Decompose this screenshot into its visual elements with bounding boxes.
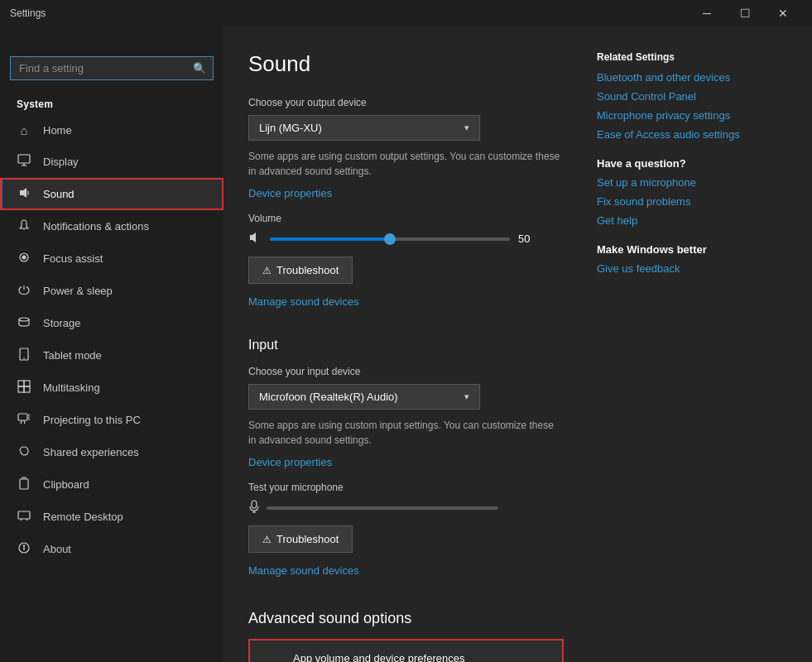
sidebar-item-home[interactable]: ⌂ Home [0,115,223,146]
sidebar-item-label-clipboard: Clipboard [43,478,89,491]
warning-icon-input: ⚠ [262,534,271,545]
input-troubleshoot-label: Troubleshoot [276,533,339,545]
sidebar-item-projecting[interactable]: Projecting to this PC [0,404,223,436]
output-troubleshoot-label: Troubleshoot [276,264,339,276]
display-icon [17,154,31,170]
search-box[interactable]: 🔍 [10,56,214,80]
sidebar-item-display[interactable]: Display [0,146,223,178]
sidebar-item-label-about: About [43,543,71,555]
mic-test-section: Test your microphone [248,482,564,516]
output-device-select[interactable]: Lijn (MG-XU) ▾ [248,115,480,141]
sidebar-item-label-storage: Storage [43,317,81,329]
app-container: 🔍 System ⌂ Home Display [0,26,812,662]
related-link-sound-panel[interactable]: Sound Control Panel [597,90,779,103]
sidebar-item-power[interactable]: Power & sleep [0,275,223,307]
sidebar: 🔍 System ⌂ Home Display [0,26,223,662]
input-device-select[interactable]: Microfoon (Realtek(R) Audio) ▾ [248,384,480,410]
volume-slider[interactable] [270,237,510,241]
sidebar-item-clipboard[interactable]: Clipboard [0,468,223,501]
close-button[interactable]: ✕ [764,0,802,26]
sidebar-item-label-power: Power & sleep [43,285,113,297]
minimize-button[interactable]: ─ [688,0,726,26]
svg-line-15 [21,420,22,424]
input-troubleshoot-button[interactable]: ⚠ Troubleshoot [248,525,353,553]
svg-rect-0 [18,155,30,163]
search-input[interactable] [11,57,186,79]
sidebar-item-about[interactable]: About [0,533,223,565]
sidebar-item-tablet[interactable]: Tablet mode [0,339,223,372]
input-info-text: Some apps are using custom input setting… [248,418,564,448]
sidebar-item-multitasking[interactable]: Multitasking [0,372,223,404]
sidebar-item-sound[interactable]: Sound [0,178,223,210]
sidebar-item-label-display: Display [43,156,79,168]
mic-level-bar [267,506,498,510]
input-device-chevron: ▾ [464,391,469,402]
sound-icon [17,186,31,202]
sidebar-item-focus[interactable]: Focus assist [0,242,223,275]
volume-low-icon [248,231,262,247]
window-controls: ─ ☐ ✕ [688,0,802,26]
svg-point-7 [19,318,29,321]
input-device-label: Choose your input device [248,366,564,377]
sidebar-item-label-tablet: Tablet mode [43,349,102,362]
output-troubleshoot-button[interactable]: ⚠ Troubleshoot [248,257,353,284]
app-volume-card[interactable]: App volume and device preferences Custom… [248,639,564,662]
app-title: Settings [10,7,46,19]
clipboard-icon [17,477,31,492]
sidebar-item-remote[interactable]: Remote Desktop [0,501,223,533]
input-manage-link[interactable]: Manage sound devices [248,564,359,577]
sidebar-item-notifications[interactable]: Notifications & actions [0,210,223,242]
related-link-feedback[interactable]: Give us feedback [597,262,779,275]
remote-icon [17,509,31,525]
volume-fill [270,237,390,241]
sidebar-item-label-focus: Focus assist [43,252,103,265]
content-layout: Sound Choose your output device Lijn (MG… [248,51,779,662]
input-device-properties-link[interactable]: Device properties [248,456,332,468]
sidebar-item-label-projecting: Projecting to this PC [43,414,141,426]
sidebar-section-label: System [0,90,223,115]
svg-marker-27 [250,233,256,242]
storage-icon [17,315,31,331]
app-volume-title: App volume and device preferences [293,652,549,662]
make-better-section: Make Windows better Give us feedback [597,243,779,275]
sidebar-item-shared[interactable]: Shared experiences [0,436,223,468]
related-link-fix-sound[interactable]: Fix sound problems [597,195,779,208]
tablet-icon [17,348,31,363]
multitasking-icon [17,380,31,396]
output-manage-link[interactable]: Manage sound devices [248,295,359,308]
svg-rect-13 [24,386,30,392]
related-link-get-help[interactable]: Get help [597,214,779,227]
related-link-ease-access[interactable]: Ease of Access audio settings [597,128,779,141]
volume-value: 50 [518,233,541,245]
svg-point-6 [22,256,26,259]
svg-line-16 [24,420,25,424]
home-icon: ⌂ [17,123,31,137]
microphone-icon [248,500,260,516]
related-link-microphone-privacy[interactable]: Microphone privacy settings [597,109,779,122]
titlebar: Settings ─ ☐ ✕ [0,0,812,26]
sidebar-item-storage[interactable]: Storage [0,307,223,339]
power-icon [17,283,31,299]
mic-bar-row [248,500,564,516]
svg-rect-20 [20,479,28,489]
related-link-setup-mic[interactable]: Set up a microphone [597,176,779,189]
shared-icon [17,444,31,460]
output-device-properties-link[interactable]: Device properties [248,187,332,199]
maximize-button[interactable]: ☐ [726,0,764,26]
svg-marker-3 [20,188,26,198]
make-better-title: Make Windows better [597,243,779,256]
related-link-bluetooth[interactable]: Bluetooth and other devices [597,71,779,84]
volume-row: 50 [248,231,564,247]
notifications-icon [17,218,31,234]
volume-thumb [384,233,396,245]
svg-rect-21 [18,511,30,519]
warning-icon-output: ⚠ [262,265,271,276]
volume-section: Volume 50 [248,213,564,247]
input-section-title: Input [248,338,564,353]
sidebar-item-label-home: Home [43,124,72,137]
volume-label: Volume [248,213,564,224]
sidebar-item-label-shared: Shared experiences [43,446,139,458]
sidebar-item-label-notifications: Notifications & actions [43,220,149,233]
svg-rect-12 [18,386,24,392]
output-device-label: Choose your output device [248,97,564,108]
